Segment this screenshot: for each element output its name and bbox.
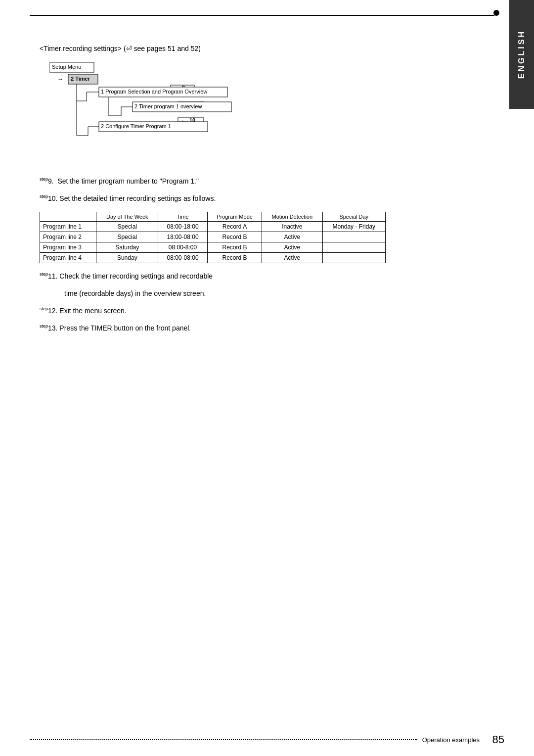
row4-time: 08:00-08:00 — [158, 253, 208, 263]
step-13-prefix: step — [40, 324, 48, 329]
row3-motion: Active — [262, 242, 322, 253]
row1-mode: Record A — [207, 222, 262, 232]
svg-text:Setup Menu: Setup Menu — [52, 64, 81, 70]
step-12-text: step12. Exit the menu screen. — [40, 306, 504, 316]
top-line — [30, 15, 494, 16]
row3-time: 08:00-8:00 — [158, 242, 208, 253]
step-10-text: step10. Set the detailed timer recording… — [40, 193, 504, 204]
step-9-text: step9. Set the timer program number to "… — [40, 176, 504, 187]
row3-day: Saturday — [96, 242, 158, 253]
table-header-empty — [40, 212, 96, 222]
header-title: <Timer recording settings> (⏎ see pages … — [40, 45, 504, 52]
table-row: Program line 3 Saturday 08:00-8:00 Recor… — [40, 242, 386, 253]
top-dot — [493, 10, 499, 16]
svg-text:2  Timer: 2 Timer — [71, 76, 90, 82]
step-11-prefix: step — [40, 272, 48, 277]
row1-day: Special — [96, 222, 158, 232]
row4-day: Sunday — [96, 253, 158, 263]
step-12-prefix: step — [40, 306, 48, 311]
row2-name: Program line 2 — [40, 232, 96, 242]
svg-text:2  Timer program 1 overview: 2 Timer program 1 overview — [134, 103, 202, 109]
table-row: Program line 2 Special 18:00-08:00 Recor… — [40, 232, 386, 242]
row3-special — [322, 242, 385, 253]
page-container: ENGLISH <Timer recording settings> (⏎ se… — [0, 0, 534, 756]
row2-mode: Record B — [207, 232, 262, 242]
footer-dots — [30, 739, 417, 740]
row3-mode: Record B — [207, 242, 262, 253]
row1-name: Program line 1 — [40, 222, 96, 232]
row1-motion: Inactive — [262, 222, 322, 232]
page-number: 85 — [490, 733, 504, 746]
table-header-mode: Program Mode — [207, 212, 262, 222]
table-header-motion: Motion Detection — [262, 212, 322, 222]
table-header-day: Day of The Week — [96, 212, 158, 222]
svg-text:1  Program Selection and Progr: 1 Program Selection and Program Overview — [101, 89, 207, 94]
row2-time: 18:00-08:00 — [158, 232, 208, 242]
table-row: Program line 1 Special 08:00-18:00 Recor… — [40, 222, 386, 232]
row4-special — [322, 253, 385, 263]
step-11-subtext: time (recordable days) in the overview s… — [64, 288, 504, 299]
step-11-text: step11. Check the timer recording settin… — [40, 271, 504, 282]
main-content: <Timer recording settings> (⏎ see pages … — [40, 45, 504, 333]
svg-text:2  Configure Timer Program 1: 2 Configure Timer Program 1 — [101, 123, 171, 129]
step-10-prefix: step — [40, 194, 48, 199]
row2-motion: Active — [262, 232, 322, 242]
footer-operation-examples: Operation examples — [422, 736, 480, 744]
row3-name: Program line 3 — [40, 242, 96, 253]
svg-text:→: → — [57, 76, 63, 83]
table-header-special: Special Day — [322, 212, 385, 222]
row1-special: Monday - Friday — [322, 222, 385, 232]
side-tab: ENGLISH — [509, 0, 534, 109]
side-tab-text: ENGLISH — [517, 30, 526, 79]
row4-name: Program line 4 — [40, 253, 96, 263]
diagram-svg: Setup Menu → 2 Timer step 9 1 Prog — [49, 62, 307, 166]
row2-day: Special — [96, 232, 158, 242]
table-header-time: Time — [158, 212, 208, 222]
step-9-prefix: step — [40, 177, 48, 182]
row4-mode: Record B — [207, 253, 262, 263]
page-footer: Operation examples 85 — [0, 733, 534, 746]
table-row: Program line 4 Sunday 08:00-08:00 Record… — [40, 253, 386, 263]
row2-special — [322, 232, 385, 242]
step-13-text: step13. Press the TIMER button on the fr… — [40, 323, 504, 333]
row1-time: 08:00-18:00 — [158, 222, 208, 232]
row4-motion: Active — [262, 253, 322, 263]
settings-table: Day of The Week Time Program Mode Motion… — [40, 212, 386, 263]
diagram-area: Setup Menu → 2 Timer step 9 1 Prog — [49, 62, 307, 166]
